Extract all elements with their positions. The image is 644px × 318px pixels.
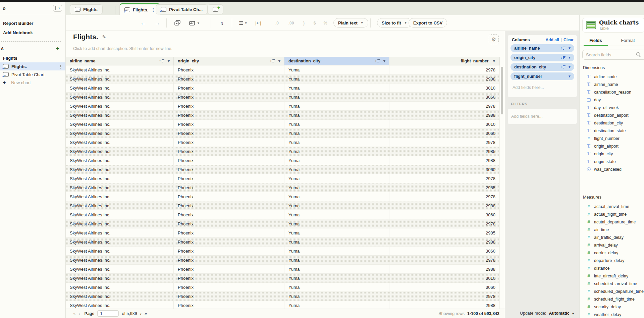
sidebar-item-add-notebook[interactable]: Add Notebook [0,28,65,37]
column-pill-destination_city[interactable]: destination_city ↓▼ [511,63,574,71]
table-cell[interactable]: Phoenix [174,84,284,92]
column-pill-origin_city[interactable]: origin_city ↓▼ [511,54,574,61]
table-cell[interactable]: Yuma [284,74,389,83]
table-cell[interactable]: Phoenix [174,228,284,237]
table-cell[interactable]: SkyWest Airlines Inc. [66,192,174,201]
decimal-decrease-icon[interactable]: .0 [271,15,283,31]
measure-scheduled_arrival_time[interactable]: # scheduled_arrival_time [580,280,644,287]
new-chart-tab-button[interactable]: + [207,4,223,14]
kebab-menu-icon[interactable]: ⋮ [151,7,155,12]
columns-add-fields-placeholder[interactable]: Add fields here... [511,82,574,93]
undo-back-button[interactable]: ← [138,15,149,31]
table-cell[interactable]: Yuma [284,301,389,309]
table-cell[interactable]: Yuma [284,274,389,282]
table-cell[interactable]: 2985 [389,147,500,156]
percent-format-icon[interactable]: % [321,15,330,31]
table-cell[interactable]: Phoenix [174,219,284,228]
table-cell[interactable]: 2988 [389,265,500,273]
table-cell[interactable]: Yuma [284,156,389,165]
table-cell[interactable]: 3060 [389,247,500,255]
kebab-menu-icon[interactable]: ⋮ [58,64,63,69]
table-cell[interactable]: Yuma [284,256,389,264]
dimension-day[interactable]: day [580,96,644,104]
filters-add-fields-placeholder[interactable]: Add fields here... [511,114,543,119]
table-cell[interactable]: Yuma [284,120,389,128]
table-cell[interactable]: 3010 [389,84,500,92]
first-page-icon[interactable]: « [73,311,75,316]
table-cell[interactable]: Yuma [284,138,389,147]
delete-chart-button[interactable]: ▼ [186,15,203,31]
table-cell[interactable]: Yuma [284,219,389,228]
update-mode-select[interactable]: Automatic ▼ [549,311,575,316]
table-cell[interactable]: Phoenix [174,192,284,201]
table-cell[interactable]: SkyWest Airlines Inc. [66,65,174,74]
table-cell[interactable]: 3010 [389,274,500,282]
table-cell[interactable]: Yuma [284,102,389,110]
measure-actual_arrival_time[interactable]: # actual_arrival_time [580,203,644,210]
table-cell[interactable]: 3060 [389,93,500,101]
table-cell[interactable]: 3060 [389,283,500,292]
tab-flights-chart-active[interactable]: ✓ Flights. ⋮ [119,3,160,15]
measure-late_aircraft_delay[interactable]: # late_aircraft_delay [580,272,644,280]
sidebar-chart-pivot-table[interactable]: ✓ Pivot Table Chart [0,70,65,78]
column-pill-airline_name[interactable]: airline_name ↑▼ [511,44,574,52]
column-pill-flight_number[interactable]: flight_number ▼ [511,72,574,80]
dimension-day_of_week[interactable]: T day_of_week [580,104,644,111]
table-cell[interactable]: SkyWest Airlines Inc. [66,283,174,292]
table-cell[interactable]: Phoenix [174,102,284,110]
table-cell[interactable]: Phoenix [174,210,284,219]
export-csv-button[interactable]: Export to CSV [409,18,447,28]
dimension-was_cancelled[interactable]: was_cancelled [580,165,644,173]
table-cell[interactable]: Phoenix [174,93,284,101]
table-cell[interactable]: Yuma [284,292,389,301]
chart-settings-button[interactable]: ⚙ [489,34,499,44]
measure-weather_delay[interactable]: # weather_delay [580,311,644,318]
measure-actual_flight_time[interactable]: # actual_flight_time [580,210,644,218]
sidebar-chart-flights[interactable]: ✓ Flights. ⋮ [0,62,65,70]
tab-pivot-table-chart[interactable]: ✓ Pivot Table Ch... [156,4,208,14]
table-cell[interactable]: Yuma [284,265,389,273]
currency-format-icon[interactable]: $ [310,15,319,31]
table-cell[interactable]: Phoenix [174,120,284,128]
table-cell[interactable]: Phoenix [174,201,284,210]
last-page-icon[interactable]: » [145,311,147,316]
table-cell[interactable]: 3060 [389,165,500,174]
table-cell[interactable]: SkyWest Airlines Inc. [66,165,174,174]
table-cell[interactable]: 2978 [389,192,500,201]
table-cell[interactable]: Yuma [284,192,389,201]
measure-scheduled_flight_time[interactable]: # scheduled_flight_time [580,295,644,303]
duplicate-chart-button[interactable] [171,15,183,31]
table-cell[interactable]: SkyWest Airlines Inc. [66,174,174,183]
measure-departure_delay[interactable]: # departure_delay [580,257,644,264]
column-header-destination_city[interactable]: destination_city ↓▼ [284,57,389,65]
table-cell[interactable]: Yuma [284,237,389,246]
table-cell[interactable]: Phoenix [174,74,284,83]
table-cell[interactable]: SkyWest Airlines Inc. [66,111,174,119]
dimension-origin_city[interactable]: T origin_city [580,150,644,158]
table-cell[interactable]: Phoenix [174,292,284,301]
sidebar-item-report-builder[interactable]: Report Builder [0,18,65,28]
dimension-origin_airport[interactable]: T origin_airport [580,142,644,150]
table-cell[interactable]: 2988 [389,237,500,246]
table-cell[interactable]: Yuma [284,201,389,210]
table-cell[interactable]: Yuma [284,165,389,174]
table-cell[interactable]: 2978 [389,292,500,301]
table-cell[interactable]: 2988 [389,74,500,83]
table-cell[interactable]: SkyWest Airlines Inc. [66,138,174,147]
table-cell[interactable]: SkyWest Airlines Inc. [66,74,174,83]
table-cell[interactable]: SkyWest Airlines Inc. [66,256,174,264]
table-cell[interactable]: 2978 [389,256,500,264]
table-cell[interactable]: 2988 [389,156,500,165]
table-cell[interactable]: 2978 [389,138,500,147]
table-cell[interactable]: Phoenix [174,301,284,309]
chart-title[interactable]: Flights. [73,33,98,41]
table-cell[interactable]: SkyWest Airlines Inc. [66,183,174,192]
table-cell[interactable]: SkyWest Airlines Inc. [66,219,174,228]
table-cell[interactable]: Yuma [284,111,389,119]
table-cell[interactable]: Yuma [284,93,389,101]
table-cell[interactable]: 2988 [389,301,500,309]
table-cell[interactable]: 2978 [389,102,500,110]
table-cell[interactable]: Phoenix [174,265,284,273]
table-cell[interactable]: Phoenix [174,283,284,292]
redo-forward-button[interactable]: → [152,15,163,31]
